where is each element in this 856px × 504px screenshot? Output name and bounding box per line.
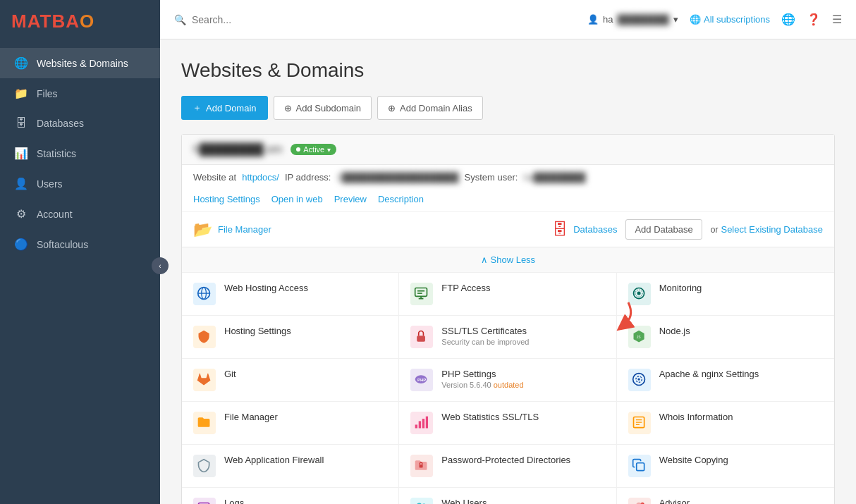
sidebar-nav: 🌐 Websites & Domains 📁 Files 🗄 Databases… [0,42,160,504]
svg-rect-4 [417,290,424,292]
feature-text-website-copying: Website Copying [659,455,823,465]
feature-text-password-protected-directories: Password-Protected Directories [441,455,604,465]
feature-item-git[interactable]: Git [182,359,399,402]
sidebar-item-users[interactable]: 👤 Users [0,168,160,199]
subscriptions-link[interactable]: 🌐 All subscriptions [690,14,770,25]
website-at-label: Website at [193,172,236,183]
feature-item-whois-information[interactable]: Whois Information [617,402,834,445]
sidebar-item-statistics[interactable]: 📊 Statistics [0,138,160,168]
feature-icon-hosting-settings [193,326,216,348]
feature-item-web-statistics-ssl[interactable]: Web Statistics SSL/TLS [399,402,616,445]
databases-label: Databases [573,224,617,235]
feature-icon-file-manager [193,412,216,434]
feature-icon-web-application-firewall [193,455,216,477]
language-icon[interactable]: 🌐 [781,13,795,26]
user-chevron-icon[interactable]: ▾ [673,14,678,25]
system-user-value: ha████████ [523,172,585,183]
account-icon: ⚙ [14,207,28,221]
status-chevron-icon: ▾ [327,146,331,154]
feature-text-php-settings: PHP Settings Version 5.6.40 outdated [441,369,604,389]
feature-name-web-statistics-ssl: Web Statistics SSL/TLS [441,412,604,422]
httpdocs-link[interactable]: httpdocs/ [242,172,279,183]
file-manager-label: File Manager [218,224,271,235]
feature-item-ftp-access[interactable]: FTP Access [399,273,616,316]
feature-icon-git [193,369,216,391]
chevron-up-icon: ∧ [481,254,491,265]
feature-icon-php-settings: PHP [410,369,433,391]
select-existing-db-link[interactable]: Select Existing Database [721,224,823,235]
feature-name-whois-information: Whois Information [659,412,823,422]
sidebar-item-label: Websites & Domains [37,58,128,69]
svg-point-7 [637,292,640,295]
feature-icon-nodejs: JS [628,326,651,348]
feature-text-apache-nginx-settings: Apache & nginx Settings [659,369,823,379]
sidebar-item-label: Softaculous [37,239,88,250]
feature-text-hosting-settings: Hosting Settings [224,326,387,336]
feature-item-web-users[interactable]: Web Users [399,488,616,504]
feature-name-monitoring: Monitoring [659,283,823,293]
status-dot [296,147,300,152]
feature-item-monitoring[interactable]: Monitoring [617,273,834,316]
feature-item-apache-nginx-settings[interactable]: Apache & nginx Settings [617,359,834,402]
databases-link[interactable]: 🗄 Databases [552,221,617,239]
sidebar-collapse-button[interactable]: ‹ [152,257,169,274]
feature-name-hosting-settings: Hosting Settings [224,326,387,336]
sidebar-item-websites-domains[interactable]: 🌐 Websites & Domains [0,48,160,78]
search-input[interactable] [192,14,576,25]
help-icon[interactable]: ❓ [807,13,821,26]
svg-rect-18 [422,419,424,428]
feature-item-ssl-tls-certificates[interactable]: SSL/TLS Certificates Security can be imp… [399,316,616,359]
domain-quick-links: Hosting Settings Open in web Preview Des… [182,190,834,211]
feature-text-logs: Logs [224,498,387,504]
feature-text-web-statistics-ssl: Web Statistics SSL/TLS [441,412,604,422]
add-domain-alias-button[interactable]: ⊕ Add Domain Alias [377,96,483,120]
open-in-web-link[interactable]: Open in web [271,194,323,204]
database-icon: 🗄 [552,221,568,239]
domain-info: Website at httpdocs/ IP address: 1██████… [182,165,834,190]
feature-item-password-protected-directories[interactable]: Password-Protected Directories [399,445,616,488]
description-link[interactable]: Description [378,194,424,204]
status-badge[interactable]: Active ▾ [291,144,336,155]
add-database-button[interactable]: Add Database [625,219,702,240]
menu-icon[interactable]: ☰ [832,13,842,26]
sidebar-item-files[interactable]: 📁 Files [0,78,160,109]
sidebar-item-softaculous[interactable]: 🔵 Softaculous [0,229,160,259]
username-blurred: ████████ [617,14,669,25]
file-manager-tool[interactable]: 📂 File Manager [193,221,271,239]
feature-text-monitoring: Monitoring [659,283,823,293]
svg-rect-9 [417,336,426,341]
feature-item-php-settings[interactable]: PHP PHP Settings Version 5.6.40 outdated [399,359,616,402]
sidebar-item-account[interactable]: ⚙ Account [0,199,160,229]
add-subdomain-icon: ⊕ [284,103,292,113]
hosting-settings-link[interactable]: Hosting Settings [193,194,260,204]
preview-link[interactable]: Preview [334,194,367,204]
user-info: 👤 ha ████████ ▾ [587,14,678,25]
add-domain-button[interactable]: ＋ Add Domain [181,96,268,120]
feature-name-ftp-access: FTP Access [441,283,604,293]
feature-item-hosting-settings[interactable]: Hosting Settings [182,316,399,359]
add-subdomain-button[interactable]: ⊕ Add Subdomain [274,96,372,120]
domain-tools: 📂 File Manager 🗄 Databases Add Database … [182,211,834,247]
feature-sub-php-settings: Version 5.6.40 outdated [441,381,604,389]
feature-item-logs[interactable]: Logs [182,488,399,504]
svg-rect-19 [426,417,428,429]
feature-name-apache-nginx-settings: Apache & nginx Settings [659,369,823,379]
show-less-toggle[interactable]: ∧ Show Less [182,247,834,272]
feature-text-advisor: Advisor [659,498,823,504]
feature-item-web-hosting-access[interactable]: Web Hosting Access [182,273,399,316]
feature-item-website-copying[interactable]: Website Copying [617,445,834,488]
feature-name-nodejs: Node.js [659,326,823,336]
main-content: 🔍 👤 ha ████████ ▾ 🌐 All subscriptions 🌐 … [160,0,856,504]
feature-text-whois-information: Whois Information [659,412,823,422]
feature-name-advisor: Advisor [659,498,823,504]
feature-item-file-manager[interactable]: File Manager [182,402,399,445]
sidebar-item-databases[interactable]: 🗄 Databases [0,109,160,138]
feature-icon-web-statistics-ssl [410,412,433,434]
feature-item-web-application-firewall[interactable]: Web Application Firewall [182,445,399,488]
softaculous-icon: 🔵 [14,238,28,251]
ip-label: IP address: [285,172,331,183]
feature-item-nodejs[interactable]: JS Node.js [617,316,834,359]
select-existing-wrapper: or Select Existing Database [711,224,823,235]
feature-item-advisor[interactable]: ! Advisor [617,488,834,504]
feature-text-git: Git [224,369,387,379]
